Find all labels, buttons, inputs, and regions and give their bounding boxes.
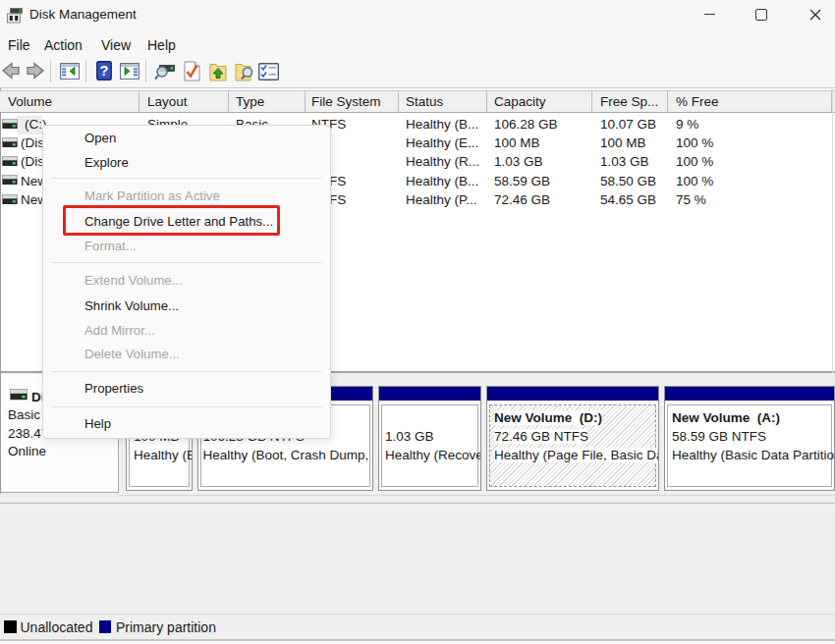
svg-text:?: ? [100, 63, 109, 79]
